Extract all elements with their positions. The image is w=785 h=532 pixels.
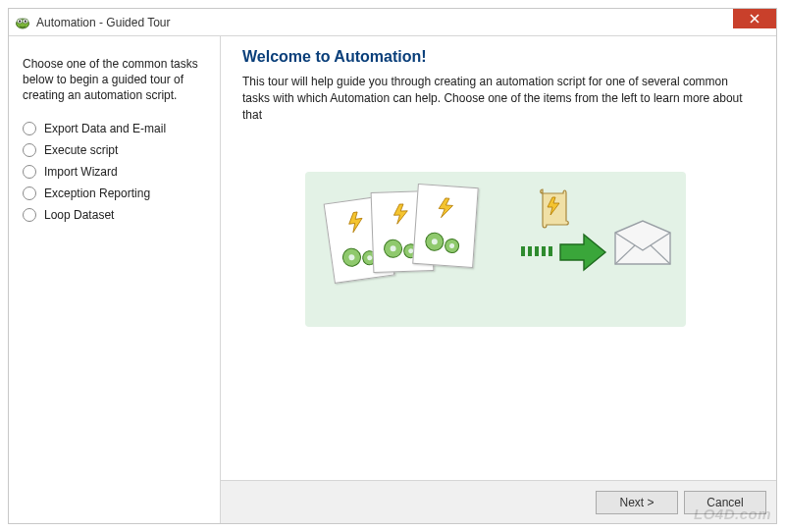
option-loop-dataset[interactable]: Loop Dataset [23,208,206,222]
svg-point-3 [19,20,21,22]
radio-icon [23,165,36,179]
svg-rect-26 [542,246,546,256]
option-label: Execute script [44,143,118,157]
svg-marker-28 [560,235,605,270]
svg-marker-7 [347,211,364,233]
titlebar: Automation - Guided Tour [9,9,776,36]
page-title: Welcome to Automation! [242,48,759,66]
svg-rect-25 [535,246,539,256]
dashed-arrow-icon [521,239,554,264]
dialog-body: Choose one of the common tasks below to … [9,36,776,523]
app-icon [15,15,30,30]
svg-point-4 [25,20,26,22]
svg-marker-12 [393,204,408,224]
close-button[interactable] [733,9,776,28]
radio-icon [23,122,36,135]
option-label: Export Data and E-mail [44,122,166,135]
radio-icon [23,186,36,200]
window-title: Automation - Guided Tour [36,16,171,29]
page-description: This tour will help guide you through cr… [242,74,759,123]
svg-rect-27 [549,246,552,256]
svg-rect-24 [528,246,532,256]
close-icon [750,14,759,24]
script-scroll-icon [537,186,572,233]
option-export-data-email[interactable]: Export Data and E-mail [23,122,206,135]
envelope-icon [611,219,674,270]
window: Automation - Guided Tour Choose one of t… [8,8,777,524]
main-panel: Welcome to Automation! This tour will he… [221,36,776,523]
option-exception-reporting[interactable]: Exception Reporting [23,186,206,200]
illustration [305,172,686,327]
dialog-footer: Next > Cancel [221,480,776,523]
svg-rect-23 [521,246,525,256]
radio-icon [23,208,36,222]
sidebar: Choose one of the common tasks below to … [9,36,221,523]
option-label: Loop Dataset [44,208,114,222]
arrow-right-icon [558,231,607,274]
svg-marker-29 [615,221,670,264]
option-import-wizard[interactable]: Import Wizard [23,165,206,179]
svg-marker-17 [439,198,453,219]
radio-icon [23,143,36,157]
sidebar-description: Choose one of the common tasks below to … [23,56,206,104]
next-button[interactable]: Next > [596,491,678,514]
option-label: Import Wizard [44,165,118,179]
option-execute-script[interactable]: Execute script [23,143,206,157]
cancel-button[interactable]: Cancel [684,491,766,514]
option-label: Exception Reporting [44,186,150,200]
